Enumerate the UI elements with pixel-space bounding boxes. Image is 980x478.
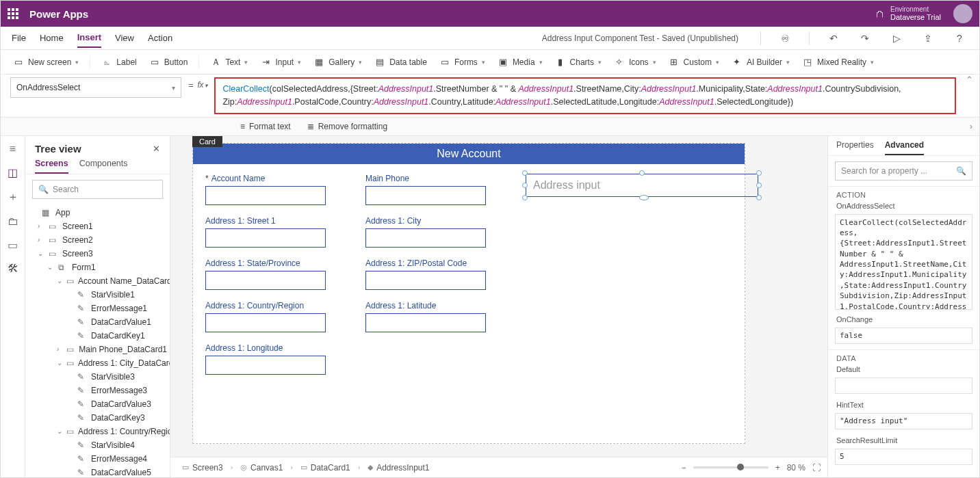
input-main-phone[interactable]: [365, 186, 486, 205]
new-screen-button[interactable]: ▭New screen▾: [12, 54, 80, 70]
mixed-reality-button[interactable]: ◳Mixed Reality▾: [801, 54, 875, 70]
input-latitude[interactable]: [365, 313, 486, 332]
ai-builder-button[interactable]: ✦AI Builder▾: [730, 54, 791, 70]
chevron-right-icon[interactable]: ›: [970, 122, 972, 131]
tree-node[interactable]: ✎StarVisible3: [25, 370, 170, 384]
input-account-name[interactable]: [205, 186, 326, 205]
icons-button[interactable]: ✧Icons▾: [612, 54, 658, 70]
charts-button[interactable]: ▮Charts▾: [554, 54, 603, 70]
input-city[interactable]: [365, 228, 486, 248]
input-country[interactable]: [205, 313, 326, 332]
canvas-icon: ◎: [240, 463, 247, 472]
tree-node[interactable]: ✎DataCardValue3: [25, 397, 170, 411]
menu-file[interactable]: File: [12, 29, 26, 47]
tree-search-input[interactable]: 🔍 Search: [32, 180, 163, 199]
prop-hinttext-value[interactable]: "Address input": [835, 413, 972, 429]
tree-node[interactable]: ›▭Screen2: [25, 233, 170, 247]
tools-rail-icon[interactable]: 🛠: [8, 263, 18, 275]
tree-node[interactable]: ✎ErrorMessage3: [25, 384, 170, 397]
prop-onchange-value[interactable]: false: [835, 328, 972, 344]
breadcrumb-datacard1[interactable]: ▭DataCard1: [296, 462, 355, 473]
media-button[interactable]: ▣Media▾: [496, 54, 544, 70]
tab-properties[interactable]: Properties: [836, 140, 874, 155]
zoom-in-icon[interactable]: +: [775, 463, 780, 473]
user-avatar[interactable]: [953, 4, 972, 23]
formula-expand-icon[interactable]: ⌃: [959, 75, 979, 85]
tree-node[interactable]: ✎DataCardValue5: [25, 466, 170, 478]
text-button[interactable]: ＡText▾: [209, 54, 249, 70]
tree-node[interactable]: ⌄▭Account Name_DataCard1: [25, 274, 170, 288]
input-state[interactable]: [205, 271, 326, 290]
zoom-controls: − + 80 % ⛶: [682, 463, 821, 473]
screen-icon: ▭: [182, 463, 189, 472]
menu-home[interactable]: Home: [40, 29, 64, 47]
tree-node[interactable]: ✎ErrorMessage4: [25, 452, 170, 466]
data-rail-icon[interactable]: 🗀: [8, 215, 18, 228]
tree-view-icon[interactable]: ◫: [8, 166, 18, 179]
custom-button[interactable]: ⊞Custom▾: [667, 54, 721, 70]
tab-components[interactable]: Components: [79, 159, 128, 174]
tree-node[interactable]: ✎DataCardValue1: [25, 315, 170, 329]
fx-label[interactable]: fx▾: [198, 75, 215, 90]
tab-advanced[interactable]: Advanced: [885, 140, 924, 155]
undo-icon[interactable]: ↶: [825, 29, 842, 47]
input-zip[interactable]: [365, 271, 486, 290]
property-dropdown[interactable]: OnAddressSelect▾: [10, 77, 181, 98]
share-icon[interactable]: ⇪: [919, 29, 937, 47]
address-input-component[interactable]: Address input: [526, 174, 758, 197]
tree-node[interactable]: ✎StarVisible1: [25, 288, 170, 302]
help-icon[interactable]: ?: [951, 29, 968, 47]
breadcrumb-addressinput1[interactable]: ◆AddressInput1: [363, 462, 434, 473]
tree-node[interactable]: ▦App: [25, 206, 170, 220]
prop-searchresultlimit-value[interactable]: 5: [835, 449, 972, 465]
environment-picker[interactable]: Environment Dataverse Trial: [890, 5, 941, 21]
form-container[interactable]: New Account *Account Name Main Phone Add…: [192, 143, 745, 444]
media-rail-icon[interactable]: ▭: [8, 239, 18, 252]
gallery-button[interactable]: ▦Gallery▾: [312, 54, 363, 70]
icons-icon: ✧: [614, 57, 625, 68]
redo-icon[interactable]: ↷: [856, 29, 874, 47]
prop-default-value[interactable]: [835, 377, 972, 394]
label-button[interactable]: ⎁Label: [100, 54, 138, 70]
tree-node[interactable]: ✎StarVisible4: [25, 438, 170, 452]
remove-formatting-button[interactable]: ≣Remove formatting: [307, 122, 387, 131]
insert-rail-icon[interactable]: ＋: [8, 190, 18, 204]
menu-insert[interactable]: Insert: [77, 28, 101, 48]
preview-icon[interactable]: ▷: [888, 29, 905, 47]
section-action: ACTION: [828, 186, 979, 200]
waffle-icon[interactable]: [8, 8, 18, 19]
input-longitude[interactable]: [205, 356, 326, 375]
tree-node[interactable]: ⌄▭Address 1: City_DataCard1: [25, 356, 170, 370]
field-account-name: *Account Name: [205, 174, 352, 205]
format-text-button[interactable]: ≡Format text: [240, 122, 291, 131]
zoom-slider[interactable]: [693, 466, 769, 468]
menu-action[interactable]: Action: [148, 29, 172, 47]
app-checker-icon[interactable]: ♾: [776, 29, 794, 47]
input-street[interactable]: [205, 228, 326, 248]
zoom-out-icon[interactable]: −: [682, 463, 686, 473]
canvas[interactable]: Card New Account *Account Name Main Phon…: [170, 136, 827, 457]
tree-node[interactable]: ⌄⧉Form1: [25, 261, 170, 274]
breadcrumb-screen3[interactable]: ▭Screen3: [177, 462, 228, 473]
tree-node[interactable]: ›▭Screen1: [25, 220, 170, 233]
formula-input[interactable]: ClearCollect(colSelectedAddress,{Street:…: [214, 77, 956, 114]
tab-screens[interactable]: Screens: [35, 159, 68, 174]
hamburger-icon[interactable]: ≡: [10, 143, 16, 155]
prop-onaddressselect-value[interactable]: ClearCollect(colSelectedAddress,{Street:…: [835, 214, 972, 310]
close-tree-icon[interactable]: ✕: [153, 144, 160, 154]
tree-node[interactable]: ✎DataCardKey3: [25, 411, 170, 425]
tree-node[interactable]: ✎DataCardKey1: [25, 329, 170, 343]
button-button[interactable]: ▭Button: [148, 54, 190, 70]
property-search-input[interactable]: Search for a property ... 🔍: [835, 161, 972, 181]
input-button[interactable]: ⇥Input▾: [259, 54, 302, 70]
section-data: DATA: [828, 349, 979, 364]
forms-button[interactable]: ▭Forms▾: [438, 54, 487, 70]
tree-node[interactable]: ✎ErrorMessage1: [25, 302, 170, 315]
tree-node[interactable]: ⌄▭Address 1: Country/Region_DataCard1: [25, 425, 170, 438]
tree-node[interactable]: ›▭Main Phone_DataCard1: [25, 343, 170, 356]
breadcrumb-canvas1[interactable]: ◎Canvas1: [235, 462, 287, 473]
menu-view[interactable]: View: [115, 29, 134, 47]
tree-node[interactable]: ⌄▭Screen3: [25, 247, 170, 261]
data-table-button[interactable]: ▤Data table: [373, 54, 428, 70]
fit-screen-icon[interactable]: ⛶: [812, 463, 821, 473]
